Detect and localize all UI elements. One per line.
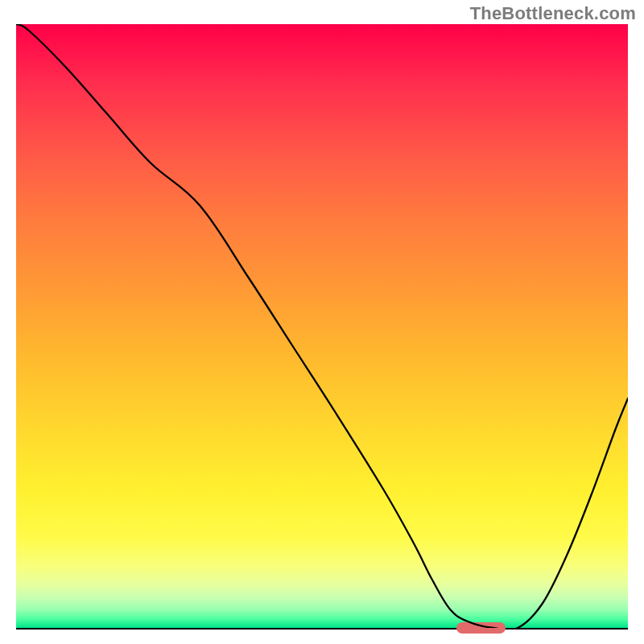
optimal-marker [456, 622, 506, 634]
gradient-background [16, 24, 628, 628]
watermark-text: TheBottleneck.com [470, 3, 636, 24]
bottleneck-chart: TheBottleneck.com [0, 0, 644, 644]
plot-area [16, 24, 628, 630]
